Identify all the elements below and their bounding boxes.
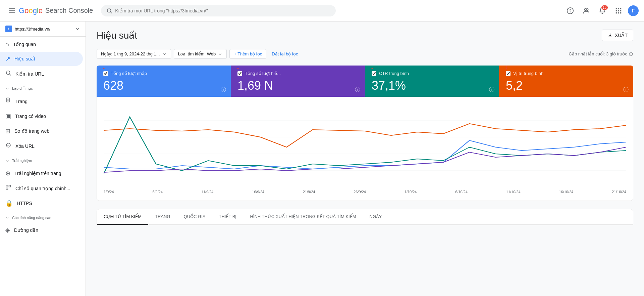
avatar[interactable]: F <box>628 5 639 16</box>
hamburger-menu[interactable] <box>5 4 19 17</box>
breadcrumb-nav-icon: ◈ <box>5 226 10 234</box>
metric-checkbox-clicks[interactable] <box>103 71 108 76</box>
search-url-icon <box>5 70 11 78</box>
update-time: Cập nhật lần cuối: 3 giờ trước i <box>569 51 634 56</box>
search-type-filter[interactable]: Loại tìm kiếm: Web <box>174 49 227 59</box>
apps-icon <box>615 7 622 14</box>
svg-point-8 <box>586 8 588 10</box>
reset-filter-link[interactable]: Đặt lại bộ lọc <box>269 50 301 58</box>
main-content: Hiệu suất XUẤT Ngày: 1 thg 9, 2024-22 th… <box>86 22 644 296</box>
metric-checkbox-position[interactable] <box>506 71 511 76</box>
apps-button[interactable] <box>612 4 625 17</box>
lock-icon: 🔒 <box>5 200 13 207</box>
metric-checkbox-impressions[interactable] <box>237 71 242 76</box>
help-button[interactable]: ? <box>564 4 577 17</box>
sidebar: f https://3fmedia.vn/ ⌂ Tổng quan ↗ Hiệu… <box>0 22 86 296</box>
main-nav: ⌂ Tổng quan ↗ Hiệu suất Kiểm tra URL Lập… <box>0 37 86 237</box>
sidebar-item-trang-video[interactable]: ▣ Trang có video <box>0 109 83 123</box>
metric-info-impressions: ⓘ <box>355 86 360 93</box>
sidebar-item-trai-nghiem-trang[interactable]: ⊕ Trải nghiệm trên trang <box>0 166 83 180</box>
accounts-button[interactable] <box>580 4 593 17</box>
metric-info-clicks: ⓘ <box>221 86 226 93</box>
sidebar-item-label: Trang <box>15 99 28 104</box>
svg-rect-11 <box>620 8 622 9</box>
svg-rect-10 <box>618 8 619 9</box>
tabs-container: CỤM TỪ TÌM KIẾM TRANG QUỐC GIA THIẾT BỊ … <box>97 209 633 225</box>
svg-rect-26 <box>9 185 11 187</box>
search-bar[interactable] <box>101 5 336 16</box>
filters-bar: Ngày: 1 thg 9, 2024-22 thg 1... Loại tìm… <box>97 49 633 59</box>
video-icon: ▣ <box>5 113 11 120</box>
experience-icon: ⊕ <box>5 170 10 177</box>
chevron-down-icon <box>75 26 80 32</box>
sidebar-item-so-do[interactable]: ⊞ Sơ đồ trang web <box>0 124 83 138</box>
home-icon: ⌂ <box>5 41 9 48</box>
url-search-input[interactable] <box>115 8 330 13</box>
date-filter[interactable]: Ngày: 1 thg 9, 2024-22 thg 1... <box>97 49 171 59</box>
tab-thiet-bi[interactable]: THIẾT BỊ <box>212 209 243 225</box>
page-title: Hiệu suất <box>97 30 137 41</box>
google-logo: Google <box>19 6 43 15</box>
tab-trang[interactable]: TRANG <box>148 209 177 225</box>
sidebar-item-label: Tổng quan <box>13 42 36 47</box>
arrow-clicks: ↓ <box>102 66 106 71</box>
metric-card-clicks[interactable]: ↓ Tổng số lượt nhấp 628 ⓘ <box>97 66 231 97</box>
arrow-impressions: ↓ <box>236 66 240 71</box>
help-icon: ? <box>567 7 574 14</box>
sidebar-item-hieu-suat[interactable]: ↗ Hiệu suất <box>0 52 83 66</box>
trending-icon: ↗ <box>5 55 10 62</box>
download-icon <box>607 33 613 38</box>
add-filter-button[interactable]: + Thêm bộ lọc <box>229 49 266 59</box>
tab-cum-tu[interactable]: CỤM TỪ TÌM KIẾM <box>97 209 148 225</box>
sitemap-icon: ⊞ <box>5 127 10 135</box>
sidebar-item-label: Xóa URL <box>15 143 35 149</box>
sidebar-item-trang[interactable]: Trang <box>0 94 83 109</box>
tab-hinh-thuc[interactable]: HÌNH THỨC XUẤT HIỆN TRONG KẾT QUẢ TÌM KI… <box>243 209 363 225</box>
sidebar-item-chi-so[interactable]: Chỉ số quan trọng chính... <box>0 181 83 196</box>
site-url: https://3fmedia.vn/ <box>15 27 72 32</box>
svg-rect-14 <box>620 10 622 11</box>
tab-ngay[interactable]: NGÀY <box>363 209 389 225</box>
metric-value-position: 5,2 <box>506 79 627 93</box>
sidebar-item-tong-quan[interactable]: ⌂ Tổng quan <box>0 37 83 51</box>
tab-quoc-gia[interactable]: QUỐC GIA <box>177 209 212 225</box>
metric-label-clicks: Tổng số lượt nhấp <box>103 71 224 76</box>
chevron-down-icon <box>162 52 167 56</box>
svg-rect-9 <box>616 8 617 9</box>
metric-card-position[interactable]: ↓ Vị trí trung bình 5,2 ⓘ <box>499 66 633 97</box>
site-selector[interactable]: f https://3fmedia.vn/ <box>0 22 86 37</box>
metric-card-ctr[interactable]: ↓ CTR trung bình 37,1% ⓘ <box>365 66 499 97</box>
export-button[interactable]: XUẤT <box>602 30 633 41</box>
sidebar-item-xoa-url[interactable]: Xóa URL <box>0 139 83 153</box>
sidebar-item-kiem-tra-url[interactable]: Kiểm tra URL <box>0 67 83 81</box>
svg-rect-28 <box>608 37 612 37</box>
metric-info-position: ⓘ <box>623 86 629 93</box>
sidebar-item-label: Kiểm tra URL <box>15 71 44 77</box>
chevron-down-small-icon3 <box>5 216 9 220</box>
metric-checkbox-ctr[interactable] <box>372 71 376 76</box>
search-icon <box>106 8 112 14</box>
layout: f https://3fmedia.vn/ ⌂ Tổng quan ↗ Hiệu… <box>0 22 644 296</box>
sidebar-item-duong-dan[interactable]: ◈ Đường dẫn <box>0 223 83 237</box>
svg-rect-25 <box>6 185 8 187</box>
sidebar-item-label: Sơ đồ trang web <box>14 128 49 134</box>
metric-label-impressions: Tổng số lượt hiể... <box>237 71 358 76</box>
metric-value-impressions: 1,69 N <box>237 79 358 93</box>
sidebar-item-https[interactable]: 🔒 HTTPS <box>0 196 83 210</box>
sidebar-item-label: Hiệu suất <box>14 56 35 61</box>
notifications-button[interactable]: 16 <box>596 4 609 17</box>
arrow-position: ↓ <box>504 66 508 71</box>
svg-rect-16 <box>618 12 619 13</box>
svg-rect-0 <box>9 8 15 9</box>
site-favicon: f <box>5 26 12 32</box>
accounts-icon <box>583 7 590 14</box>
metric-label-ctr: CTR trung bình <box>372 71 492 76</box>
chevron-down-small-icon2 <box>5 159 9 163</box>
metric-value-clicks: 628 <box>103 79 224 93</box>
metric-card-impressions[interactable]: ↓ Tổng số lượt hiể... 1,69 N ⓘ <box>231 66 365 97</box>
sidebar-item-label: Chỉ số quan trọng chính... <box>15 186 70 191</box>
header: Google Search Console ? 16 F <box>0 0 644 22</box>
svg-line-4 <box>111 12 112 13</box>
header-actions: ? 16 F <box>564 4 639 17</box>
page-icon <box>5 97 11 105</box>
